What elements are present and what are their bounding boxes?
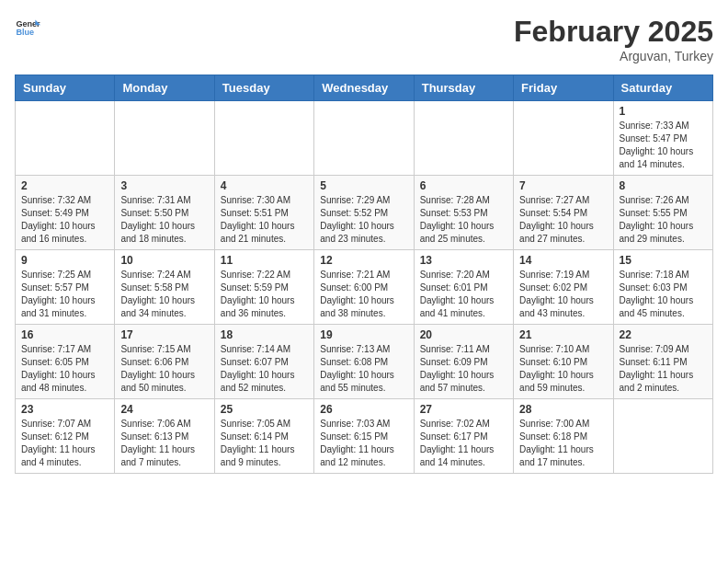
day-info: Sunrise: 7:11 AMSunset: 6:09 PMDaylight:… [420, 343, 507, 395]
day-info: Sunrise: 7:31 AMSunset: 5:50 PMDaylight:… [120, 194, 208, 246]
day-number: 23 [21, 403, 108, 416]
day-info: Sunrise: 7:30 AMSunset: 5:51 PMDaylight:… [221, 194, 308, 246]
day-number: 20 [420, 328, 507, 341]
calendar-week-row: 23Sunrise: 7:07 AMSunset: 6:12 PMDayligh… [16, 399, 713, 474]
day-info: Sunrise: 7:07 AMSunset: 6:12 PMDaylight:… [21, 418, 108, 469]
calendar-cell: 21Sunrise: 7:10 AMSunset: 6:10 PMDayligh… [514, 325, 613, 399]
calendar-cell: 14Sunrise: 7:19 AMSunset: 6:02 PMDayligh… [514, 250, 613, 325]
day-number: 6 [420, 179, 507, 192]
calendar-cell: 17Sunrise: 7:15 AMSunset: 6:06 PMDayligh… [115, 325, 214, 399]
calendar-cell: 27Sunrise: 7:02 AMSunset: 6:17 PMDayligh… [414, 399, 513, 474]
weekday-header-tuesday: Tuesday [214, 75, 313, 101]
day-number: 2 [21, 179, 108, 192]
location: Arguvan, Turkey [514, 49, 713, 63]
calendar-cell: 19Sunrise: 7:13 AMSunset: 6:08 PMDayligh… [314, 325, 414, 399]
calendar-cell: 6Sunrise: 7:28 AMSunset: 5:53 PMDaylight… [414, 176, 513, 250]
svg-text:Blue: Blue [16, 28, 34, 37]
day-number: 12 [320, 254, 407, 267]
calendar-cell [514, 101, 613, 176]
day-info: Sunrise: 7:28 AMSunset: 5:53 PMDaylight:… [420, 194, 507, 246]
day-info: Sunrise: 7:24 AMSunset: 5:58 PMDaylight:… [120, 269, 208, 320]
calendar-cell: 10Sunrise: 7:24 AMSunset: 5:58 PMDayligh… [115, 250, 214, 325]
day-info: Sunrise: 7:00 AMSunset: 6:18 PMDaylight:… [519, 418, 607, 469]
logo-icon: General Blue [15, 15, 40, 40]
day-number: 26 [320, 403, 407, 416]
calendar-cell: 13Sunrise: 7:20 AMSunset: 6:01 PMDayligh… [414, 250, 513, 325]
day-info: Sunrise: 7:19 AMSunset: 6:02 PMDaylight:… [519, 269, 607, 320]
calendar-cell: 20Sunrise: 7:11 AMSunset: 6:09 PMDayligh… [414, 325, 513, 399]
day-number: 24 [120, 403, 208, 416]
day-info: Sunrise: 7:02 AMSunset: 6:17 PMDaylight:… [420, 418, 507, 469]
calendar-cell: 23Sunrise: 7:07 AMSunset: 6:12 PMDayligh… [16, 399, 115, 474]
calendar-cell: 11Sunrise: 7:22 AMSunset: 5:59 PMDayligh… [214, 250, 313, 325]
day-number: 5 [320, 179, 407, 192]
day-info: Sunrise: 7:17 AMSunset: 6:05 PMDaylight:… [21, 343, 108, 395]
day-info: Sunrise: 7:10 AMSunset: 6:10 PMDaylight:… [519, 343, 607, 395]
calendar-cell: 26Sunrise: 7:03 AMSunset: 6:15 PMDayligh… [314, 399, 414, 474]
day-info: Sunrise: 7:26 AMSunset: 5:55 PMDaylight:… [620, 194, 707, 246]
day-number: 4 [221, 179, 308, 192]
calendar-cell [16, 101, 115, 176]
day-number: 17 [120, 328, 208, 341]
day-info: Sunrise: 7:33 AMSunset: 5:47 PMDaylight:… [620, 120, 707, 171]
day-info: Sunrise: 7:06 AMSunset: 6:13 PMDaylight:… [120, 418, 208, 469]
day-number: 11 [221, 254, 308, 267]
title-block: February 2025 Arguvan, Turkey [514, 15, 713, 63]
calendar-cell: 12Sunrise: 7:21 AMSunset: 6:00 PMDayligh… [314, 250, 414, 325]
day-info: Sunrise: 7:20 AMSunset: 6:01 PMDaylight:… [420, 269, 507, 320]
calendar-cell: 16Sunrise: 7:17 AMSunset: 6:05 PMDayligh… [16, 325, 115, 399]
calendar-cell: 5Sunrise: 7:29 AMSunset: 5:52 PMDaylight… [314, 176, 414, 250]
day-info: Sunrise: 7:21 AMSunset: 6:00 PMDaylight:… [320, 269, 407, 320]
calendar-cell: 18Sunrise: 7:14 AMSunset: 6:07 PMDayligh… [214, 325, 313, 399]
weekday-header-thursday: Thursday [414, 75, 513, 101]
weekday-header-sunday: Sunday [16, 75, 115, 101]
day-info: Sunrise: 7:29 AMSunset: 5:52 PMDaylight:… [320, 194, 407, 246]
day-info: Sunrise: 7:14 AMSunset: 6:07 PMDaylight:… [221, 343, 308, 395]
weekday-header-row: SundayMondayTuesdayWednesdayThursdayFrid… [16, 75, 713, 101]
day-number: 22 [620, 328, 707, 341]
day-info: Sunrise: 7:32 AMSunset: 5:49 PMDaylight:… [21, 194, 108, 246]
day-info: Sunrise: 7:18 AMSunset: 6:03 PMDaylight:… [620, 269, 707, 320]
day-info: Sunrise: 7:05 AMSunset: 6:14 PMDaylight:… [221, 418, 308, 469]
day-info: Sunrise: 7:03 AMSunset: 6:15 PMDaylight:… [320, 418, 407, 469]
day-number: 10 [120, 254, 208, 267]
day-number: 28 [519, 403, 607, 416]
calendar-cell: 4Sunrise: 7:30 AMSunset: 5:51 PMDaylight… [214, 176, 313, 250]
calendar-cell [414, 101, 513, 176]
calendar-week-row: 16Sunrise: 7:17 AMSunset: 6:05 PMDayligh… [16, 325, 713, 399]
calendar-cell: 24Sunrise: 7:06 AMSunset: 6:13 PMDayligh… [115, 399, 214, 474]
calendar-cell: 3Sunrise: 7:31 AMSunset: 5:50 PMDaylight… [115, 176, 214, 250]
calendar-cell: 2Sunrise: 7:32 AMSunset: 5:49 PMDaylight… [16, 176, 115, 250]
day-number: 8 [620, 179, 707, 192]
logo: General Blue [15, 15, 40, 40]
day-info: Sunrise: 7:25 AMSunset: 5:57 PMDaylight:… [21, 269, 108, 320]
calendar-cell: 25Sunrise: 7:05 AMSunset: 6:14 PMDayligh… [214, 399, 313, 474]
calendar-cell [214, 101, 313, 176]
day-number: 16 [21, 328, 108, 341]
day-number: 14 [519, 254, 607, 267]
day-number: 9 [21, 254, 108, 267]
calendar-week-row: 2Sunrise: 7:32 AMSunset: 5:49 PMDaylight… [16, 176, 713, 250]
day-number: 25 [221, 403, 308, 416]
calendar-cell [314, 101, 414, 176]
day-info: Sunrise: 7:15 AMSunset: 6:06 PMDaylight:… [120, 343, 208, 395]
calendar-cell: 28Sunrise: 7:00 AMSunset: 6:18 PMDayligh… [514, 399, 613, 474]
calendar-cell [115, 101, 214, 176]
weekday-header-saturday: Saturday [613, 75, 712, 101]
calendar-cell: 8Sunrise: 7:26 AMSunset: 5:55 PMDaylight… [613, 176, 712, 250]
calendar-cell: 7Sunrise: 7:27 AMSunset: 5:54 PMDaylight… [514, 176, 613, 250]
calendar-table: SundayMondayTuesdayWednesdayThursdayFrid… [15, 75, 713, 474]
day-number: 13 [420, 254, 507, 267]
calendar-cell: 22Sunrise: 7:09 AMSunset: 6:11 PMDayligh… [613, 325, 712, 399]
day-info: Sunrise: 7:27 AMSunset: 5:54 PMDaylight:… [519, 194, 607, 246]
day-number: 21 [519, 328, 607, 341]
calendar-cell: 1Sunrise: 7:33 AMSunset: 5:47 PMDaylight… [613, 101, 712, 176]
day-info: Sunrise: 7:09 AMSunset: 6:11 PMDaylight:… [620, 343, 707, 395]
month-title: February 2025 [514, 15, 713, 49]
calendar-cell: 9Sunrise: 7:25 AMSunset: 5:57 PMDaylight… [16, 250, 115, 325]
page-header: General Blue February 2025 Arguvan, Turk… [15, 15, 713, 63]
calendar-cell [613, 399, 712, 474]
day-number: 27 [420, 403, 507, 416]
day-number: 7 [519, 179, 607, 192]
day-number: 19 [320, 328, 407, 341]
